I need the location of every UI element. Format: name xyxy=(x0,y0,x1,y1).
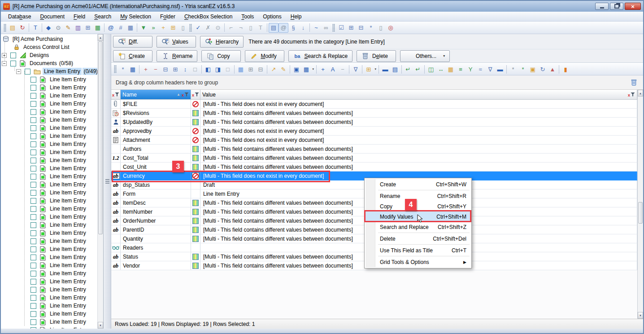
unfreeze-columns-icon[interactable]: □ xyxy=(223,64,233,74)
checkbox[interactable] xyxy=(30,125,36,131)
checkbox[interactable] xyxy=(30,109,36,115)
field-name-cell[interactable]: $Revisions xyxy=(121,109,191,117)
tree-item-line-item-entry[interactable]: Line Item Entry xyxy=(1,286,97,294)
split-columns-icon[interactable]: ◫ xyxy=(426,64,436,74)
menu-search[interactable]: Search xyxy=(90,12,116,21)
field-value-cell[interactable]: [Multi - This field does not exist in ev… xyxy=(200,127,637,135)
field-value-cell[interactable]: [Multi - This field does not exist in ev… xyxy=(200,100,637,108)
delete-button[interactable]: Delete xyxy=(357,50,396,62)
checkbox[interactable] xyxy=(10,61,16,66)
close-button[interactable] xyxy=(625,3,641,10)
menu-item-delete[interactable]: DeleteCtrl+Shift+Del xyxy=(366,233,470,244)
tree-item-line-item-entry[interactable]: Line Item Entry xyxy=(1,269,97,277)
scrollbar-thumb[interactable] xyxy=(98,41,103,234)
export-ini-icon[interactable]: ▦ xyxy=(93,23,103,33)
checkbox[interactable] xyxy=(30,287,36,293)
open-database-icon[interactable]: ▤ xyxy=(8,23,17,33)
name-column-header[interactable]: Name▲x xyxy=(121,90,191,99)
others-button[interactable]: Others...▾ xyxy=(400,50,450,62)
tree-item-line-item-entry[interactable]: Line Item Entry xyxy=(1,75,97,84)
wrap-text-icon[interactable]: ↵ xyxy=(403,64,413,74)
copy-documents-icon[interactable]: ⊞ xyxy=(83,23,93,33)
tree-item-line-item-entry[interactable]: Line Item Entry xyxy=(1,116,97,124)
field-name-cell[interactable]: Attachment xyxy=(121,136,191,144)
clear-filters-icon[interactable]: ∇ xyxy=(351,64,361,74)
tree-item-line-item-entry[interactable]: Line Item Entry xyxy=(1,84,97,92)
field-name-cell[interactable]: OrderNumber xyxy=(121,216,191,225)
tree-item-line-item-entry[interactable]: Line Item Entry xyxy=(1,197,97,205)
filter-eye-icon[interactable]: ∇ xyxy=(485,64,495,74)
tree-item-line-item-entry[interactable]: Line Item Entry xyxy=(1,189,97,197)
pane-splitter[interactable] xyxy=(104,34,111,329)
tree-item-acl[interactable]: Access Control List xyxy=(1,43,97,51)
field-row-updatedby[interactable]: $UpdatedBy[Multi - This field contains d… xyxy=(111,118,637,127)
checkbox[interactable] xyxy=(30,222,36,228)
field-value-cell[interactable]: [Multi - This field contains different v… xyxy=(200,145,637,153)
expand-level-icon[interactable]: ⊞ xyxy=(170,64,180,74)
filter-icon[interactable]: x xyxy=(112,92,119,97)
checkbox-options-icon[interactable]: * xyxy=(366,23,376,33)
menu-help[interactable]: Help xyxy=(286,12,306,21)
modify-button[interactable]: Modify xyxy=(245,50,284,62)
menu-document[interactable]: Document xyxy=(35,12,69,21)
menu-item-grid-tools-options[interactable]: Grid Tools & Options▶ xyxy=(366,257,470,267)
checkbox-copy-icon[interactable]: ⊞ xyxy=(346,23,356,33)
cancel-cross-icon[interactable]: ✗ xyxy=(203,23,213,33)
checkbox[interactable] xyxy=(30,246,36,252)
field-value-cell[interactable]: [Multi - This field contains different v… xyxy=(200,118,637,126)
copy-cells-icon[interactable]: ⊞ xyxy=(246,64,256,74)
clean-broom-icon[interactable]: ~ xyxy=(311,23,321,33)
checkbox[interactable] xyxy=(30,198,36,204)
stamp-fields-icon[interactable]: ▥ xyxy=(73,23,83,33)
field-name-cell[interactable]: $UpdatedBy xyxy=(121,118,191,126)
menu-folder[interactable]: Folder xyxy=(156,12,180,21)
export-dxl-icon[interactable]: » xyxy=(148,23,158,33)
hierarchy-button[interactable]: Hierarchy xyxy=(200,36,244,48)
tree-item-line-item-entry[interactable]: Line Item Entry xyxy=(1,277,97,286)
tree-item-line-item-entry[interactable]: Line Item Entry xyxy=(1,294,97,302)
field-value-cell[interactable]: [Multi - This field contains different v… xyxy=(200,154,637,162)
tree-item-documents[interactable]: Documents(0/58) xyxy=(1,59,97,67)
checkbox[interactable] xyxy=(30,166,36,171)
filter-icon[interactable]: x xyxy=(182,92,189,97)
tree-item-line-item-entry[interactable]: Line Item Entry xyxy=(1,318,97,326)
row-preview-icon[interactable]: ▬ xyxy=(380,64,390,74)
copy-with-headers-icon[interactable]: ⊟ xyxy=(256,64,265,74)
menu-item-copy[interactable]: CopyCtrl+Shift+Y xyxy=(366,201,470,211)
tree-item-line-item-entry[interactable]: Line Item Entry xyxy=(1,237,97,245)
checkbox[interactable] xyxy=(30,149,36,155)
checkbox[interactable] xyxy=(30,263,36,268)
filter-icon[interactable]: x xyxy=(628,92,635,97)
field-name-cell[interactable]: dsp_Status xyxy=(121,180,191,189)
menu-item-rename[interactable]: RenameCtrl+Shift+R xyxy=(366,191,470,201)
tree-item-line-item-entry[interactable]: Line Item Entry xyxy=(1,92,97,100)
grid-display-icon[interactable]: ▦ xyxy=(128,64,138,74)
tree-item-line-item-entry[interactable]: Line Item Entry xyxy=(1,245,97,253)
tree-item-designs[interactable]: Designs xyxy=(1,51,97,59)
name-icon-column-header[interactable]: x xyxy=(111,90,121,99)
scroll-up-button[interactable]: ▲ xyxy=(98,34,103,41)
freeze-columns-icon[interactable]: ◨ xyxy=(213,64,223,74)
frame-select-start-icon[interactable]: ⌐ xyxy=(226,23,236,33)
checkbox[interactable] xyxy=(30,141,36,147)
apply-check-icon[interactable]: ✓ xyxy=(193,23,203,33)
rename-button[interactable]: Rename xyxy=(157,50,197,62)
search-documents-icon[interactable]: ⊙ xyxy=(53,23,63,33)
menu-my-selection[interactable]: My Selection xyxy=(116,12,156,21)
select-block-icon[interactable]: ▦ xyxy=(236,64,246,74)
move-rows-icon[interactable]: ↕ xyxy=(180,64,190,74)
collapse-level-icon[interactable]: ⊟ xyxy=(161,64,170,74)
frame-select-end-icon[interactable]: ¬ xyxy=(236,23,246,33)
checkbox[interactable] xyxy=(30,77,36,83)
edit-fields-icon[interactable]: ✎ xyxy=(63,23,73,33)
freeze-first-column-icon[interactable]: ◧ xyxy=(203,64,213,74)
tree-item-line-item-entry[interactable]: Line Item Entry xyxy=(1,124,97,132)
grid-checkbox-options-icon[interactable]: ▦▾ xyxy=(301,64,311,74)
search-unid-icon[interactable]: # xyxy=(116,23,126,33)
create-document-icon[interactable]: + xyxy=(158,23,168,33)
checkbox[interactable] xyxy=(30,85,36,91)
scroll-up-button[interactable]: ▲ xyxy=(638,90,643,97)
checkbox-paste-icon[interactable]: ⊟ xyxy=(356,23,366,33)
trash-icon[interactable] xyxy=(629,78,639,88)
remove-row-icon[interactable]: − xyxy=(151,64,161,74)
